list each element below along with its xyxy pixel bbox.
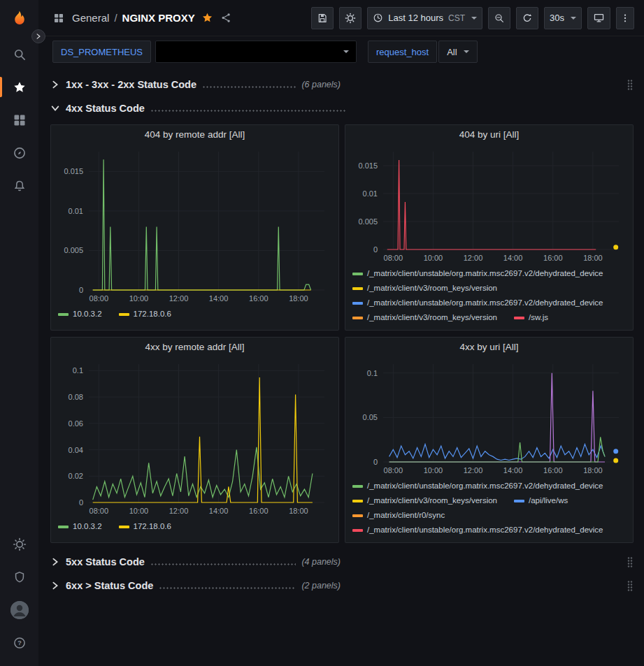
svg-text:14:00: 14:00 bbox=[503, 254, 523, 262]
row-4xx[interactable]: 4xx Status Code bbox=[50, 98, 634, 119]
legend-item[interactable]: /sw.js bbox=[514, 310, 548, 325]
breadcrumb-folder[interactable]: General bbox=[72, 12, 109, 24]
row-1xx-3xx-2xx[interactable]: 1xx - 3xx - 2xx Status Code (6 panels) bbox=[50, 74, 634, 95]
sidebar-item-search[interactable] bbox=[0, 38, 38, 71]
row-panel-count: (4 panels) bbox=[301, 557, 341, 567]
zoom-out-icon bbox=[494, 13, 505, 24]
row-6xx[interactable]: 6xx > Status Code (2 panels) bbox=[50, 575, 634, 596]
sidebar-bottom: ? bbox=[0, 528, 38, 666]
row-title[interactable]: 4xx Status Code bbox=[66, 103, 145, 114]
request-host-variable-select[interactable]: All bbox=[438, 41, 477, 63]
svg-text:18:00: 18:00 bbox=[289, 507, 308, 515]
svg-text:14:00: 14:00 bbox=[503, 466, 523, 475]
svg-text:10:00: 10:00 bbox=[129, 294, 149, 303]
svg-text:10:00: 10:00 bbox=[424, 466, 443, 475]
legend-item[interactable]: /_matrix/client/unstable/org.matrix.msc2… bbox=[352, 296, 603, 310]
chevron-down-icon bbox=[343, 50, 349, 53]
row-title[interactable]: 1xx - 3xx - 2xx Status Code bbox=[66, 79, 196, 90]
row-title[interactable]: 5xx Status Code bbox=[66, 556, 145, 567]
row-drag-handle[interactable] bbox=[627, 556, 634, 567]
svg-text:0.05: 0.05 bbox=[363, 413, 378, 421]
legend-item[interactable]: 172.18.0.6 bbox=[119, 519, 171, 534]
refresh-interval-dropdown[interactable]: 30s bbox=[544, 7, 582, 29]
svg-text:0.005: 0.005 bbox=[358, 217, 378, 226]
row-dotted-leader bbox=[150, 563, 296, 565]
chevron-down-icon bbox=[571, 17, 576, 20]
legend-item[interactable]: /_matrix/client/unstable/org.matrix.msc2… bbox=[352, 523, 603, 537]
panel-title[interactable]: 4xx by uri [All] bbox=[345, 338, 633, 357]
svg-text:08:00: 08:00 bbox=[384, 466, 403, 475]
chevron-right-icon bbox=[50, 80, 60, 89]
chart-svg[interactable]: 00.0050.010.01508:0010:0012:0014:0016:00… bbox=[351, 145, 627, 265]
save-dashboard-button[interactable] bbox=[311, 7, 334, 29]
time-range-label: Last 12 hours bbox=[388, 13, 443, 23]
legend-item[interactable]: /_matrix/client/v3/room_keys/version bbox=[352, 281, 497, 296]
kebab-icon bbox=[620, 13, 631, 24]
star-icon bbox=[13, 80, 27, 94]
panel-title[interactable]: 404 by uri [All] bbox=[345, 125, 633, 145]
legend-item[interactable]: /_matrix/client/r0/sync bbox=[352, 508, 445, 523]
dashboard-canvas: 1xx - 3xx - 2xx Status Code (6 panels) 4… bbox=[38, 68, 644, 596]
bell-icon bbox=[13, 179, 27, 193]
datasource-variable-select[interactable] bbox=[155, 41, 357, 63]
time-range-picker[interactable]: Last 12 hours CST bbox=[367, 7, 482, 29]
panel-title[interactable]: 4xx by remote addr [All] bbox=[51, 338, 338, 357]
row-drag-handle[interactable] bbox=[627, 79, 634, 90]
share-button[interactable] bbox=[220, 12, 232, 24]
sidebar-item-configuration[interactable] bbox=[0, 528, 38, 560]
chart-404-by-remote-addr[interactable]: 00.0050.010.01508:0010:0012:0014:0016:00… bbox=[51, 145, 338, 305]
svg-text:0.005: 0.005 bbox=[64, 246, 83, 254]
chart-svg[interactable]: 00.0050.010.01508:0010:0012:0014:0016:00… bbox=[57, 145, 333, 305]
sidebar-item-starred[interactable] bbox=[0, 71, 38, 103]
legend-item[interactable]: /_matrix/client/unstable/org.matrix.msc2… bbox=[352, 479, 603, 493]
panel-4xx-by-uri: 4xx by uri [All] 00.050.108:0010:0012:00… bbox=[345, 337, 634, 543]
chevron-down-icon bbox=[464, 50, 469, 53]
dashboard-title[interactable]: NGINX PROXY bbox=[122, 12, 195, 24]
row-drag-handle[interactable] bbox=[627, 580, 634, 591]
legend-item[interactable]: /_matrix/client/unstable/org.matrix.msc2… bbox=[352, 266, 603, 281]
zoom-out-time-button[interactable] bbox=[488, 7, 510, 29]
panel-title[interactable]: 404 by remote addr [All] bbox=[51, 125, 338, 145]
legend-item[interactable]: /_matrix/client/v3/room_keys/version bbox=[352, 493, 497, 508]
sidebar-item-explore[interactable] bbox=[0, 136, 38, 169]
svg-text:0.02: 0.02 bbox=[69, 472, 83, 480]
favorite-star-button[interactable] bbox=[201, 12, 213, 24]
chart-4xx-by-remote-addr[interactable]: 00.020.040.060.080.108:0010:0012:0014:00… bbox=[51, 357, 338, 518]
svg-text:?: ? bbox=[17, 639, 22, 646]
chevron-down-icon bbox=[471, 17, 477, 20]
chart-legend: 10.0.3.2172.18.0.6 bbox=[51, 518, 338, 542]
row-5xx[interactable]: 5xx Status Code (4 panels) bbox=[50, 551, 634, 572]
sidebar-item-alerting[interactable] bbox=[0, 169, 38, 202]
grafana-flame-icon bbox=[10, 10, 29, 29]
chart-404-by-uri[interactable]: 00.0050.010.01508:0010:0012:0014:0016:00… bbox=[345, 145, 633, 265]
chart-4xx-by-uri[interactable]: 00.050.108:0010:0012:0014:0016:0018:00 bbox=[345, 357, 633, 477]
compass-icon bbox=[13, 146, 27, 160]
chart-svg[interactable]: 00.020.040.060.080.108:0010:0012:0014:00… bbox=[57, 357, 333, 518]
legend-item[interactable]: 172.18.0.6 bbox=[119, 307, 171, 321]
panel-404-by-remote-addr: 404 by remote addr [All] 00.0050.010.015… bbox=[50, 124, 339, 331]
sidebar-item-dashboards[interactable] bbox=[0, 103, 38, 136]
legend-item[interactable]: 10.0.3.2 bbox=[58, 307, 102, 321]
legend-item[interactable]: /_matrix/client/v3/room_keys/version bbox=[352, 310, 497, 325]
sidebar-item-help[interactable]: ? bbox=[0, 626, 38, 659]
row-dotted-leader bbox=[150, 110, 347, 112]
refresh-button[interactable] bbox=[516, 7, 538, 29]
legend-item[interactable]: 10.0.3.2 bbox=[58, 519, 102, 534]
svg-text:10:00: 10:00 bbox=[424, 254, 443, 262]
cycle-view-mode-button[interactable] bbox=[587, 7, 610, 29]
chart-svg[interactable]: 00.050.108:0010:0012:0014:0016:0018:00 bbox=[351, 357, 627, 477]
sidebar-collapse-button[interactable] bbox=[31, 29, 45, 43]
svg-text:16:00: 16:00 bbox=[543, 466, 563, 475]
legend-item[interactable]: /api/live/ws bbox=[514, 493, 568, 508]
kebab-menu-button[interactable] bbox=[616, 7, 634, 29]
svg-text:18:00: 18:00 bbox=[583, 254, 603, 262]
row-title[interactable]: 6xx > Status Code bbox=[66, 580, 153, 591]
sidebar-item-profile[interactable] bbox=[0, 593, 38, 626]
svg-text:12:00: 12:00 bbox=[169, 294, 189, 303]
svg-text:18:00: 18:00 bbox=[583, 466, 603, 475]
dashboard-settings-button[interactable] bbox=[339, 7, 362, 29]
refresh-interval-label: 30s bbox=[550, 13, 564, 23]
apps-grid-icon[interactable] bbox=[52, 12, 65, 24]
chart-legend: 10.0.3.2172.18.0.6 bbox=[51, 305, 338, 330]
sidebar-item-server-admin[interactable] bbox=[0, 560, 38, 593]
